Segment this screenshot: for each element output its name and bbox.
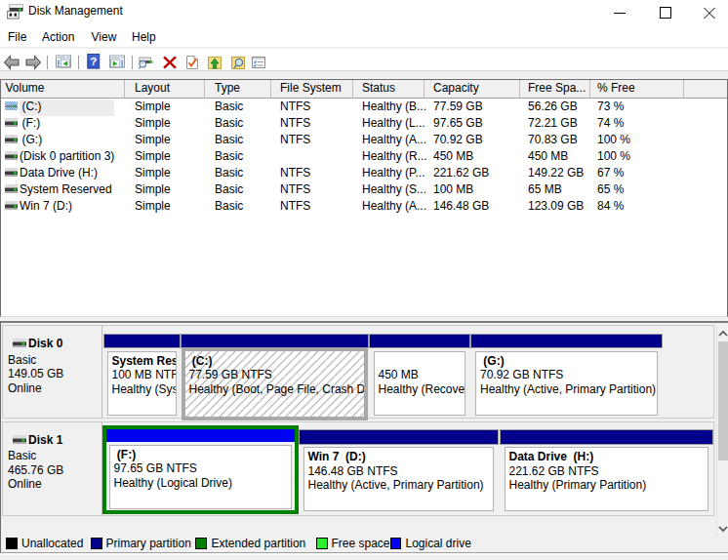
svg-text:?: ?	[90, 56, 97, 67]
